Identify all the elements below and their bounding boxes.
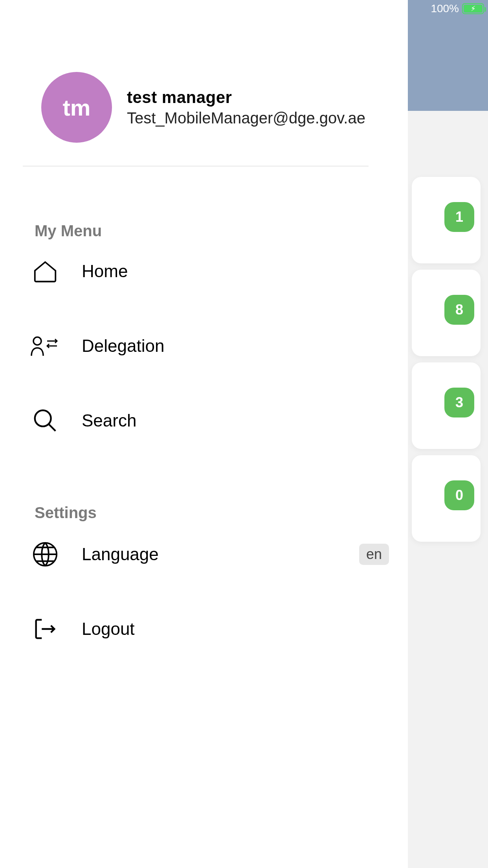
profile-email: Test_MobileManager@dge.gov.ae (127, 109, 365, 127)
profile-block[interactable]: tm test manager Test_MobileManager@dge.g… (41, 72, 365, 143)
section-title-settings: Settings (35, 504, 97, 522)
menu-item-search[interactable]: Search (28, 401, 389, 440)
logout-icon (28, 615, 63, 643)
svg-point-1 (35, 410, 51, 427)
menu-label: Language (82, 544, 159, 564)
menu-item-logout[interactable]: Logout (28, 609, 389, 649)
home-icon (28, 257, 63, 285)
dashboard-card-peek[interactable]: 3 (412, 362, 481, 449)
count-badge: 1 (444, 202, 474, 232)
dashboard-card-peek[interactable]: 0 (412, 455, 481, 542)
dashboard-card-peek[interactable]: 1 (412, 177, 481, 263)
svg-line-2 (49, 424, 56, 431)
status-bar: 100% ⚡︎ (431, 2, 484, 15)
language-value-pill: en (359, 544, 389, 565)
delegation-icon (28, 334, 63, 358)
header-peek: 100% ⚡︎ (408, 0, 488, 111)
profile-name: test manager (127, 88, 365, 107)
avatar: tm (41, 72, 112, 143)
menu-item-home[interactable]: Home (28, 252, 389, 291)
section-title-my-menu: My Menu (35, 222, 102, 240)
svg-point-0 (33, 337, 41, 345)
menu-label: Search (82, 411, 136, 430)
menu-label: Logout (82, 619, 135, 639)
menu-label: Home (82, 261, 128, 281)
profile-text: test manager Test_MobileManager@dge.gov.… (127, 88, 365, 127)
battery-icon: ⚡︎ (462, 3, 484, 14)
dashboard-card-peek[interactable]: 8 (412, 270, 481, 356)
battery-percent: 100% (431, 2, 459, 15)
side-drawer: tm test manager Test_MobileManager@dge.g… (0, 0, 408, 868)
count-badge: 8 (444, 295, 474, 325)
count-badge: 3 (444, 388, 474, 417)
globe-icon (28, 541, 63, 568)
menu-item-language[interactable]: Language en (28, 535, 389, 574)
menu-label: Delegation (82, 336, 164, 356)
search-icon (28, 407, 63, 434)
count-badge: 0 (444, 480, 474, 510)
divider (23, 166, 369, 166)
menu-item-delegation[interactable]: Delegation (28, 326, 389, 366)
